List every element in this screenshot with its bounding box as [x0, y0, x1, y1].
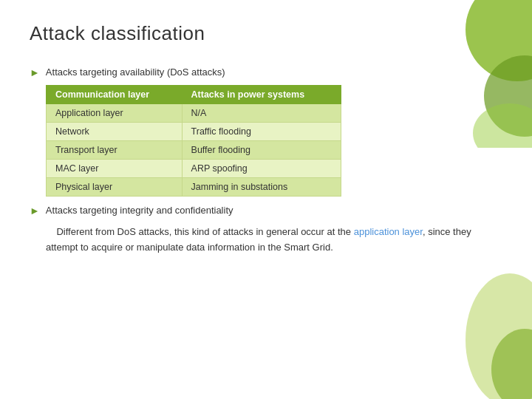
- slide-title: Attack classification: [30, 22, 502, 45]
- table-row: NetworkTraffic flooding: [47, 123, 341, 141]
- paragraph: Different from DoS attacks, this kind of…: [46, 225, 502, 254]
- slide-content: Attack classification ► Attacks targetin…: [30, 22, 502, 255]
- cell-attack: Traffic flooding: [182, 123, 341, 141]
- paragraph-prefix: Different from DoS attacks, this kind of…: [46, 226, 354, 237]
- cell-layer: Physical layer: [47, 178, 183, 197]
- application-layer-link[interactable]: application layer: [354, 226, 423, 237]
- table-row: Application layerN/A: [47, 104, 341, 123]
- cell-attack: N/A: [182, 104, 341, 123]
- col-header-attacks: Attacks in power systems: [182, 86, 341, 104]
- cell-layer: Transport layer: [47, 141, 183, 160]
- cell-layer: MAC layer: [47, 160, 183, 178]
- bullet-text-2: Attacks targeting integrity and confiden…: [46, 204, 233, 217]
- table-row: Transport layerBuffer flooding: [47, 141, 341, 160]
- paragraph-section: Different from DoS attacks, this kind of…: [30, 225, 502, 254]
- table-row: Physical layerJamming in substations: [47, 178, 341, 197]
- col-header-layer: Communication layer: [47, 86, 183, 104]
- bullet-item-1: ► Attacks targeting availability (DoS at…: [30, 66, 502, 79]
- attack-table: Communication layer Attacks in power sys…: [46, 85, 341, 197]
- cell-attack: ARP spoofing: [182, 160, 341, 178]
- slide: Attack classification ► Attacks targetin…: [0, 0, 532, 399]
- bullet-section-availability: ► Attacks targeting availability (DoS at…: [30, 66, 502, 197]
- bullet-arrow-2: ►: [30, 205, 40, 216]
- cell-layer: Network: [47, 123, 183, 141]
- bullet-item-2: ► Attacks targeting integrity and confid…: [30, 204, 502, 217]
- table-header-row: Communication layer Attacks in power sys…: [47, 86, 341, 104]
- bullet-arrow-1: ►: [30, 66, 40, 78]
- table-body: Application layerN/ANetworkTraffic flood…: [47, 104, 341, 197]
- cell-layer: Application layer: [47, 104, 183, 123]
- cell-attack: Buffer flooding: [182, 141, 341, 160]
- bullet-section-integrity: ► Attacks targeting integrity and confid…: [30, 204, 502, 217]
- deco-bottom-right: [466, 266, 532, 399]
- cell-attack: Jamming in substations: [182, 178, 341, 197]
- bullet-text-1: Attacks targeting availability (DoS atta…: [46, 66, 225, 79]
- table-row: MAC layerARP spoofing: [47, 160, 341, 178]
